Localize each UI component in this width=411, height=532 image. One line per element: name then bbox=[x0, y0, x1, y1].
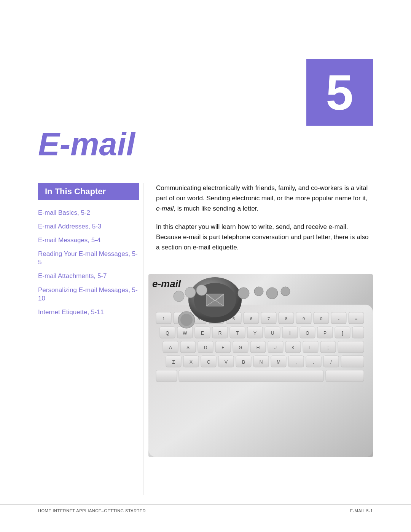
svg-rect-92 bbox=[326, 370, 364, 382]
svg-text:Y: Y bbox=[253, 331, 256, 336]
svg-text:;: ; bbox=[327, 345, 328, 350]
svg-text:V: V bbox=[225, 359, 228, 365]
toc-item-7[interactable]: Internet Etiquette, 5-11 bbox=[38, 308, 139, 316]
svg-text:S: S bbox=[186, 345, 190, 350]
page: 5 E-mail In This Chapter E-mail Basics, … bbox=[0, 0, 411, 532]
svg-rect-90 bbox=[179, 370, 323, 382]
svg-point-104 bbox=[174, 291, 184, 302]
svg-text:5: 5 bbox=[233, 316, 235, 321]
footer-right-text: E-mail 5-1 bbox=[350, 508, 373, 513]
svg-text:8: 8 bbox=[285, 316, 287, 321]
right-column: Communicating electronically with friend… bbox=[156, 183, 373, 260]
svg-text:C: C bbox=[207, 359, 210, 365]
toc-item-5[interactable]: E-mail Attachments, 5-7 bbox=[38, 272, 139, 280]
svg-text:P: P bbox=[323, 331, 327, 336]
svg-text:U: U bbox=[271, 331, 274, 336]
keyboard-svg: 1 2 3 4 5 6 7 8 9 0 - = bbox=[148, 274, 373, 457]
svg-text:Z: Z bbox=[172, 359, 175, 365]
svg-point-103 bbox=[281, 287, 290, 296]
svg-text:,: , bbox=[295, 359, 296, 365]
toc-item-2[interactable]: E-mail Addresses, 5-3 bbox=[38, 222, 139, 231]
svg-text:Q: Q bbox=[166, 331, 169, 336]
toc-item-1[interactable]: E-mail Basics, 5-2 bbox=[38, 209, 139, 217]
intro-paragraph-1: Communicating electronically with friend… bbox=[156, 183, 373, 214]
svg-text:-: - bbox=[338, 316, 339, 321]
svg-text:1: 1 bbox=[162, 316, 165, 321]
column-divider bbox=[143, 183, 143, 495]
svg-text:H: H bbox=[256, 345, 260, 350]
svg-text:6: 6 bbox=[250, 316, 252, 321]
svg-point-106 bbox=[196, 285, 207, 296]
svg-text:R: R bbox=[218, 331, 222, 336]
svg-text:E: E bbox=[201, 331, 204, 336]
in-this-chapter-label: In This Chapter bbox=[45, 187, 106, 196]
toc-item-6[interactable]: Personalizing E-mail Messages, 5-10 bbox=[38, 286, 139, 303]
svg-text:B: B bbox=[242, 359, 245, 365]
toc-item-3[interactable]: E-mail Messages, 5-4 bbox=[38, 236, 139, 244]
svg-text:7: 7 bbox=[268, 316, 270, 321]
svg-text:M: M bbox=[277, 359, 280, 365]
left-column: In This Chapter E-mail Basics, 5-2 E-mai… bbox=[38, 183, 139, 322]
toc-item-4[interactable]: Reading Your E-mail Messages, 5-5 bbox=[38, 250, 139, 267]
svg-text:.: . bbox=[313, 359, 314, 365]
svg-text:K: K bbox=[292, 345, 295, 350]
svg-text:=: = bbox=[355, 316, 357, 321]
svg-point-102 bbox=[266, 288, 278, 299]
in-this-chapter-box: In This Chapter bbox=[38, 183, 139, 200]
svg-text:A: A bbox=[169, 345, 172, 350]
svg-point-101 bbox=[254, 287, 263, 296]
svg-text:T: T bbox=[236, 331, 239, 336]
svg-text:I: I bbox=[289, 331, 290, 336]
footer: Home Internet Appliance–Getting Started … bbox=[0, 504, 411, 513]
svg-text:N: N bbox=[260, 359, 263, 365]
svg-rect-79 bbox=[341, 356, 364, 367]
svg-text:0: 0 bbox=[320, 316, 322, 321]
svg-text:X: X bbox=[190, 359, 193, 365]
svg-text:G: G bbox=[239, 345, 242, 350]
svg-rect-91 bbox=[156, 370, 177, 382]
svg-point-105 bbox=[185, 287, 196, 298]
footer-left-text: Home Internet Appliance–Getting Started bbox=[38, 508, 146, 513]
chapter-number-box: 5 bbox=[306, 59, 373, 126]
svg-point-100 bbox=[238, 288, 249, 299]
svg-text:9: 9 bbox=[303, 316, 305, 321]
svg-point-99 bbox=[180, 314, 193, 326]
chapter-title: E-mail bbox=[38, 126, 135, 163]
svg-text:D: D bbox=[204, 345, 207, 350]
svg-text:J: J bbox=[274, 345, 277, 350]
svg-text:F: F bbox=[221, 345, 224, 350]
svg-text:O: O bbox=[306, 331, 309, 336]
email-label-on-image: e-mail bbox=[152, 278, 181, 290]
intro-paragraph-2: In this chapter you will learn how to wr… bbox=[156, 222, 373, 253]
svg-text:L: L bbox=[309, 345, 312, 350]
svg-rect-36 bbox=[352, 327, 364, 338]
keyboard-image: 1 2 3 4 5 6 7 8 9 0 - = bbox=[148, 274, 373, 457]
chapter-number: 5 bbox=[326, 68, 353, 117]
svg-text:W: W bbox=[183, 331, 187, 336]
svg-rect-58 bbox=[338, 341, 364, 353]
